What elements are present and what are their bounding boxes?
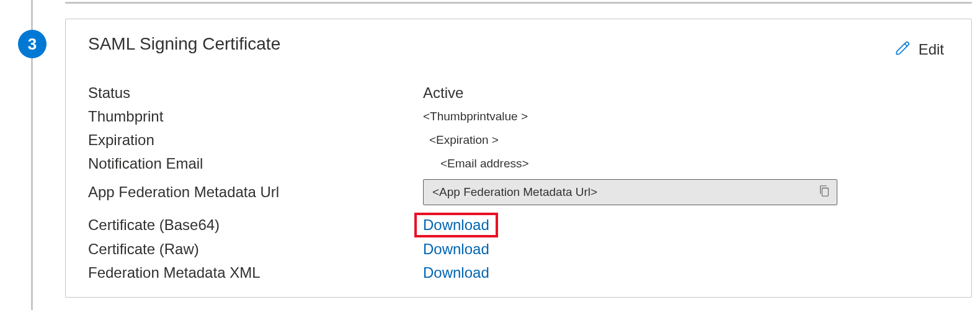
download-cert-raw-link[interactable]: Download: [423, 241, 489, 258]
label-cert-base64: Certificate (Base64): [88, 216, 423, 234]
step-number: 3: [28, 35, 37, 54]
metadata-url-field[interactable]: <App Federation Metadata Url>: [423, 179, 837, 205]
svg-rect-0: [822, 188, 828, 196]
label-metadata-url: App Federation Metadata Url: [88, 184, 423, 201]
label-expiration: Expiration: [88, 131, 423, 149]
card-header: SAML Signing Certificate Edit: [88, 34, 949, 59]
row-cert-base64: Certificate (Base64) Download: [88, 213, 949, 237]
row-notification-email: Notification Email <Email address>: [88, 152, 949, 175]
label-status: Status: [88, 84, 423, 102]
saml-signing-certificate-card: SAML Signing Certificate Edit Status Act…: [65, 19, 972, 298]
copy-button[interactable]: [816, 184, 833, 201]
edit-button[interactable]: Edit: [895, 40, 944, 59]
downloads: Certificate (Base64) Download Certificat…: [88, 213, 949, 285]
label-notification-email: Notification Email: [88, 155, 423, 172]
metadata-url-value: <App Federation Metadata Url>: [432, 185, 816, 199]
row-thumbprint: Thumbprint <Thumbprintvalue >: [88, 105, 949, 128]
step-badge: 3: [18, 30, 47, 58]
pencil-icon: [895, 40, 911, 59]
value-notification-email: <Email address>: [423, 157, 529, 170]
download-fed-xml-link[interactable]: Download: [423, 264, 489, 281]
row-cert-raw: Certificate (Raw) Download: [88, 237, 949, 261]
copy-icon: [817, 184, 831, 200]
row-expiration: Expiration <Expiration >: [88, 128, 949, 152]
edit-label: Edit: [919, 41, 944, 58]
divider: [65, 2, 972, 4]
label-cert-raw: Certificate (Raw): [88, 241, 423, 258]
label-thumbprint: Thumbprint: [88, 108, 423, 125]
fields: Status Active Thumbprint <Thumbprintvalu…: [88, 81, 949, 285]
value-expiration: <Expiration >: [423, 133, 499, 147]
row-status: Status Active: [88, 81, 949, 105]
card-title: SAML Signing Certificate: [88, 34, 280, 54]
row-fed-xml: Federation Metadata XML Download: [88, 261, 949, 285]
row-metadata-url: App Federation Metadata Url <App Federat…: [88, 179, 949, 205]
label-fed-xml: Federation Metadata XML: [88, 264, 423, 281]
download-cert-base64-link[interactable]: Download: [414, 213, 498, 237]
value-status: Active: [423, 84, 463, 102]
value-thumbprint: <Thumbprintvalue >: [423, 110, 528, 123]
